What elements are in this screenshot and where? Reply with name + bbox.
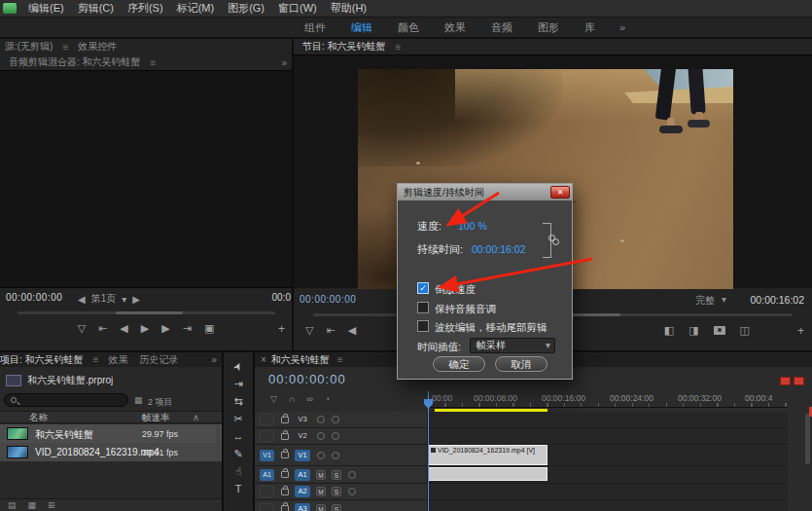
comparison-view-icon[interactable]: ◫ [740,324,750,337]
play-icon[interactable]: ▶ [141,322,149,335]
record-arm-icon[interactable] [348,488,356,495]
list-view-icon[interactable]: ▤ [8,500,17,510]
button-editor-plus-icon[interactable]: + [278,322,285,336]
tab-effects[interactable]: 效果 [103,353,132,367]
video-clip[interactable]: VID_20180824_162319.mp4 [V] [428,445,547,465]
duration-value[interactable]: 00:00:16:02 [472,243,525,255]
menu-help[interactable]: 帮助(H) [324,0,373,17]
source-patch[interactable] [260,503,274,511]
tab-project[interactable]: 项目: 和六吴钓蛙蟹 [0,353,88,367]
mute-button[interactable]: M [316,504,326,511]
track-lane-v2[interactable] [428,428,788,444]
ripple-edit-checkbox[interactable] [417,320,429,332]
icon-view-icon[interactable]: ▦ [28,500,37,510]
snap-icon[interactable]: ∩ [289,394,295,404]
step-forward-icon[interactable]: ▶ [161,322,169,335]
close-icon[interactable]: × [261,354,266,365]
sort-caret-icon[interactable]: ∧ [193,412,199,422]
toggle-sync-icon[interactable] [332,452,339,459]
marker-icon[interactable]: ◔ [325,394,330,404]
tab-source-no-clip[interactable]: 源:(无剪辑) [0,40,57,54]
solo-button[interactable]: S [332,470,341,480]
hand-tool[interactable]: ☝ [235,466,242,477]
source-timecode[interactable]: 00:00:00:00 [6,292,62,303]
track-lane-a3[interactable] [428,500,788,511]
project-item-row[interactable]: 和六吴钓蛙蟹 29.97 fps [0,424,222,443]
lock-icon[interactable] [281,471,289,478]
track-target-a3[interactable]: A3 [295,503,310,511]
menu-marker[interactable]: 标记(M) [170,0,222,17]
column-name[interactable]: 名称 [29,412,48,424]
page-prev-icon[interactable]: ◀ [78,294,86,305]
reverse-speed-label[interactable]: 倒放速度 [435,283,476,297]
go-to-in-icon[interactable]: ⇤ [326,324,335,337]
track-lane-v3[interactable] [428,412,788,427]
panel-menu-icon[interactable]: ≡ [148,57,159,68]
new-item-icon[interactable]: ⊞ [48,500,55,510]
source-patch-v1[interactable]: V1 [260,450,274,461]
maintain-audio-pitch-checkbox[interactable] [417,302,429,313]
toggle-sync-icon[interactable] [332,432,339,440]
pen-tool[interactable]: ✎ [233,449,242,459]
audio-clip[interactable] [428,467,547,481]
source-patch[interactable] [260,486,274,497]
page-next-icon[interactable]: ▶ [132,294,140,305]
tab-overflow-icon[interactable]: » [211,354,217,365]
lock-icon[interactable] [281,417,289,423]
ok-button[interactable]: 确定 [433,356,485,372]
workspace-assembly[interactable]: 组件 [292,20,338,35]
go-to-out-icon[interactable]: ⇥ [183,322,192,335]
step-back-icon[interactable]: ◀ [348,324,356,337]
maintain-audio-pitch-label[interactable]: 保持音频音调 [435,303,496,316]
razor-tool[interactable]: ✂ [233,414,242,424]
link-chain-icon[interactable] [548,235,559,245]
add-marker-icon[interactable]: ▽ [78,322,86,335]
tab-effect-controls[interactable]: 效果控件 [73,40,122,54]
lock-icon[interactable] [281,489,289,495]
step-back-icon[interactable]: ◀ [120,322,127,335]
close-icon[interactable]: ✕ [550,186,570,199]
chevron-down-icon[interactable]: ▾ [122,294,126,305]
ripple-edit-tool[interactable]: ⇆ [233,396,242,407]
type-tool[interactable]: T [235,484,242,494]
tab-overflow-icon[interactable]: » [281,57,287,68]
dialog-title[interactable]: 剪辑速度/持续时间 [398,184,572,201]
zoom-handle[interactable] [116,311,183,314]
toggle-output-icon[interactable] [317,416,325,423]
tab-audio-clip-mixer[interactable]: 音频剪辑混合器: 和六吴钓蛙蟹 [4,55,146,69]
workspace-overflow-icon[interactable]: » [619,21,625,33]
reverse-speed-checkbox[interactable]: ✓ [417,282,429,294]
menu-graphics[interactable]: 图形(G) [221,0,271,17]
red-marker[interactable] [780,377,791,385]
timeline-vert-scrollbar[interactable] [805,414,810,464]
extract-icon[interactable]: ◨ [688,324,698,337]
source-patch-a1[interactable]: A1 [260,469,274,481]
workspace-editing[interactable]: 编辑 [338,20,385,35]
lock-icon[interactable] [281,505,289,511]
track-select-tool[interactable]: ⇥ [233,379,242,389]
mute-button[interactable]: M [316,470,326,480]
time-interpolation-select[interactable]: 帧采样 ▾ [470,338,555,353]
track-lane-a1[interactable] [428,466,788,483]
panel-menu-icon[interactable]: ≡ [335,354,346,365]
selection-tool[interactable]: ➤ [231,360,245,373]
toggle-sync-icon[interactable] [332,416,339,423]
track-target-v3[interactable]: V3 [295,414,310,425]
insert-icon[interactable]: ▣ [204,322,214,335]
chevron-down-icon[interactable]: ▾ [722,294,726,305]
tab-sequence[interactable]: 和六吴钓蛙蟹 [271,353,330,367]
tab-program-monitor[interactable]: 节目: 和六吴钓蛙蟹 [298,40,391,54]
track-target-a2[interactable]: A2 [295,486,310,497]
toggle-output-icon[interactable] [317,452,325,459]
lock-icon[interactable] [281,452,289,458]
search-input[interactable] [4,393,128,407]
program-timecode[interactable]: 00:00:00:00 [300,294,356,305]
track-target-v1[interactable]: V1 [295,450,310,461]
track-target-v2[interactable]: V2 [295,430,310,442]
add-marker-icon[interactable]: ▽ [305,324,313,337]
export-frame-camera-icon[interactable] [714,326,725,335]
toggle-output-icon[interactable] [317,432,325,440]
cancel-button[interactable]: 取消 [495,356,547,372]
menu-window[interactable]: 窗口(W) [271,0,324,17]
menu-clip[interactable]: 剪辑(C) [71,0,121,17]
